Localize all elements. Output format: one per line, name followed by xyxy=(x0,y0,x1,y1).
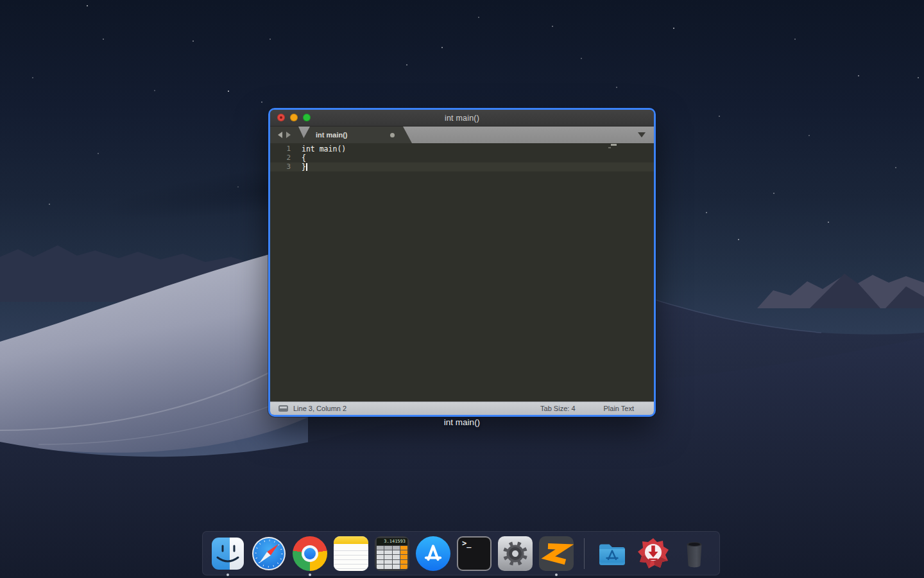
line-number: 3 xyxy=(270,162,291,171)
trash-icon xyxy=(677,536,712,571)
download-badge-icon xyxy=(636,536,671,571)
sublime-text-icon xyxy=(539,536,574,571)
minimap-code-mark xyxy=(611,144,617,146)
terminal-icon: >_ xyxy=(457,536,492,571)
dock: 3.141593 >_ xyxy=(202,531,720,575)
code-editor[interactable]: 1 int main() 2 { 3 } xyxy=(270,143,654,401)
system-preferences-gear-icon xyxy=(498,536,533,571)
dock-item-downloads-installer[interactable] xyxy=(636,536,671,571)
text-cursor xyxy=(306,163,307,171)
dock-item-sublime-text[interactable] xyxy=(539,536,574,571)
running-indicator xyxy=(555,574,558,576)
dock-item-safari[interactable] xyxy=(252,536,286,571)
close-button[interactable] xyxy=(277,114,285,121)
calculator-display: 3.141593 xyxy=(377,538,407,545)
syntax-setting[interactable]: Plain Text xyxy=(604,405,635,412)
code-line-current: 3 } xyxy=(270,162,654,171)
panel-toggle-icon[interactable] xyxy=(278,405,288,412)
tab-list-dropdown-icon[interactable] xyxy=(638,132,646,137)
desktop: { "desktop": { "window_label": "int main… xyxy=(0,0,924,578)
code-text: { xyxy=(302,153,306,162)
calculator-icon: 3.141593 xyxy=(375,536,409,571)
star-field xyxy=(0,0,1,1)
minimize-button[interactable] xyxy=(290,114,298,121)
dock-item-trash[interactable] xyxy=(677,536,712,571)
minimap[interactable] xyxy=(611,144,617,149)
tab-nav-buttons xyxy=(270,127,306,143)
back-arrow-icon[interactable] xyxy=(278,132,282,138)
window-titlebar[interactable]: int main() xyxy=(270,110,654,127)
dock-item-finder[interactable] xyxy=(210,536,245,571)
app-store-icon xyxy=(416,536,450,571)
dock-item-chrome[interactable] xyxy=(293,536,327,571)
tab-label: int main() xyxy=(316,131,348,139)
status-bar: Line 3, Column 2 Tab Size: 4 Plain Text xyxy=(270,401,654,415)
dock-item-system-preferences[interactable] xyxy=(498,536,533,571)
dock-separator xyxy=(584,538,585,569)
expose-window-label: int main() xyxy=(268,417,656,427)
zoom-button[interactable] xyxy=(303,114,311,121)
dock-item-calculator[interactable]: 3.141593 xyxy=(375,536,409,571)
window-title: int main() xyxy=(445,114,479,123)
code-line: 1 int main() xyxy=(270,144,654,153)
dock-item-applications-folder[interactable] xyxy=(595,536,629,571)
traffic-lights xyxy=(277,114,311,121)
forward-arrow-icon[interactable] xyxy=(286,132,291,138)
modified-dot-icon xyxy=(390,133,395,137)
line-number: 1 xyxy=(270,144,291,153)
safari-icon xyxy=(252,536,286,571)
dock-item-app-store[interactable] xyxy=(416,536,450,571)
running-indicator xyxy=(309,574,311,576)
sublime-text-window[interactable]: int main() int main() 1 int main() 2 { xyxy=(268,108,656,417)
chrome-icon xyxy=(293,536,327,571)
code-text: int main() xyxy=(302,144,346,153)
code-line: 2 { xyxy=(270,153,654,162)
dock-item-notes[interactable] xyxy=(334,536,368,571)
finder-icon xyxy=(210,536,245,571)
cursor-position[interactable]: Line 3, Column 2 xyxy=(293,405,346,412)
tab-int-main[interactable]: int main() xyxy=(301,127,412,143)
minimap-code-mark xyxy=(608,147,611,148)
line-number: 2 xyxy=(270,153,291,162)
notes-icon xyxy=(334,536,368,571)
applications-folder-icon xyxy=(595,536,629,571)
tab-size-setting[interactable]: Tab Size: 4 xyxy=(540,405,575,412)
tab-bar: int main() xyxy=(270,127,654,143)
dock-item-terminal[interactable]: >_ xyxy=(457,536,492,571)
code-text: } xyxy=(302,162,307,171)
running-indicator xyxy=(227,574,229,576)
